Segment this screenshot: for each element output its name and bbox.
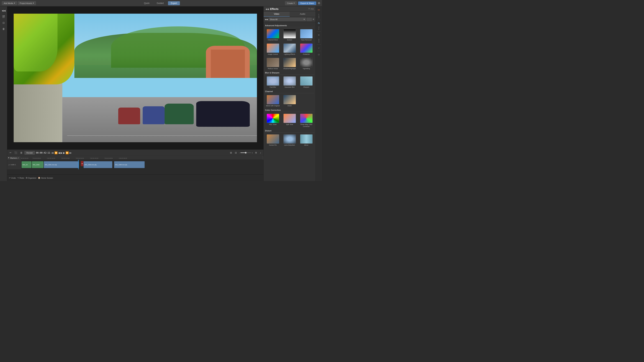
nav-guided-button[interactable]: Guided [154, 1, 166, 5]
tab-video[interactable]: Video [264, 12, 290, 17]
step-forward-button[interactable]: ⏩ [66, 151, 69, 154]
frame-back-button[interactable]: ◀ [58, 151, 60, 154]
filter-bar: ◀◀ Show All ▾ ✕ [264, 17, 316, 22]
settings-tl-icon[interactable]: ⚙ [254, 151, 258, 154]
redo-button[interactable]: ↪ Redo [17, 177, 24, 179]
add-media-button[interactable]: Add Media ▾ [2, 1, 17, 5]
dual-screen-icon[interactable]: ⊟ [234, 151, 238, 154]
zoom-in-icon[interactable]: + [252, 152, 253, 154]
go-to-end-button[interactable]: ⏭ [69, 151, 72, 154]
effect-posterize[interactable]: Posterize [298, 43, 314, 56]
effects-search-input[interactable] [307, 18, 312, 21]
emoji-icon[interactable]: ☺ [317, 52, 321, 56]
effect-name-vignetting: Vignetting [303, 68, 310, 70]
blur-sharpen-grid: Fast Blur Gaussian Blur Sharpen [265, 76, 314, 89]
show-all-label: Show All [270, 18, 278, 20]
crop-icon[interactable]: ⊡ [1, 20, 6, 25]
play-button[interactable]: ▶ [60, 151, 62, 154]
effect-lens-distortion[interactable]: Lens Distortion [282, 134, 298, 147]
zoom-out-icon[interactable]: − [239, 152, 240, 154]
effect-corner-pin[interactable]: Corner Pin [265, 134, 281, 147]
left-sidebar: ◀◀ 🎬 ⊡ 🗑 [0, 6, 7, 181]
clip-img0383[interactable]: IMG_0383.mov [A] [84, 161, 112, 168]
redo-label: Redo [20, 177, 24, 179]
effect-reduce-noise[interactable]: Reduce Noise [265, 57, 281, 70]
effect-name-invert: Invert [288, 105, 292, 107]
effect-thumb-hsl [267, 114, 279, 123]
clip-img0368[interactable]: IMG_0368 [32, 161, 44, 168]
project-assets-chevron-icon: ▾ [33, 2, 34, 4]
home-screen-button[interactable]: 🏠 Home Screen [38, 177, 53, 179]
section-advanced-adjustments: Advanced Adjustments [265, 24, 314, 27]
go-to-start-button[interactable]: ⏮ [52, 151, 54, 154]
filmstrip-tl-icon[interactable]: ⬛ [14, 151, 18, 154]
effects-scroll-area: Advanced Adjustments Channel Mixer Extra… [264, 22, 316, 181]
effect-haze-removal[interactable]: Haze Removal [298, 28, 314, 42]
project-assets-button[interactable]: Project Assets ▾ [18, 1, 36, 5]
effect-lighting-effects[interactable]: Lighting Effects [282, 43, 298, 56]
settings-button[interactable]: ⚙ [318, 1, 320, 5]
effect-image-control[interactable]: Image Control [265, 43, 281, 56]
add-icon[interactable]: + [317, 33, 320, 37]
scissors-icon[interactable]: ✂ [317, 7, 321, 12]
create-button[interactable]: Create ▾ [285, 1, 297, 5]
effect-invert[interactable]: Invert [282, 94, 298, 108]
zoom-controls: − + [239, 152, 253, 154]
edit-label: EDIT [318, 13, 320, 18]
effect-three-way[interactable]: Three-Way Color Corrector [298, 113, 314, 128]
effect-split-tone[interactable]: Split Tone [282, 113, 298, 128]
right-icon-panel: ✂ EDIT fx FIX + ADD ♪ ☺ [316, 6, 322, 181]
effect-hsl-tuner[interactable]: HSL Tuner [265, 113, 281, 128]
section-channel: Channel [265, 90, 314, 93]
fx-effects-icon[interactable]: fx [317, 21, 320, 25]
audio-icon[interactable]: ♪ [259, 151, 262, 154]
clip-img0381[interactable]: IMG_0381.mov [A] [44, 161, 79, 168]
smart-trim-icon[interactable]: ✂ [8, 151, 12, 154]
effects-tabs: Video Audio [264, 12, 316, 17]
effect-name-shadow-highlight: Shadow/Highlight [283, 68, 296, 70]
panel-collapse-icon[interactable]: ◀◀ [266, 8, 269, 10]
delete-icon[interactable]: 🗑 [1, 26, 6, 31]
effect-extract[interactable]: Extract [282, 28, 298, 42]
top-bar: Add Media ▾ Project Assets ▾ Quick Guide… [0, 0, 322, 6]
effect-name-reduce-noise: Reduce Noise [268, 68, 278, 70]
frame-forward-button[interactable]: ▶ [63, 151, 65, 154]
scene-frame [14, 14, 257, 142]
panel-header-icons: ? FIX [308, 8, 314, 10]
step-back-button[interactable]: ⏪ [54, 151, 58, 154]
export-button[interactable]: Export & Share [298, 1, 316, 5]
effect-gaussian-blur[interactable]: Gaussian Blur [282, 76, 298, 89]
filter-close-button[interactable]: ✕ [312, 18, 314, 21]
clip-img0385[interactable]: IMG_0385.mov [A] [114, 161, 145, 168]
undo-button[interactable]: ↩ Undo [9, 177, 16, 179]
collapse-panel-icon[interactable]: ◀◀ [1, 8, 6, 13]
filter-prev-button[interactable]: ◀◀ [265, 18, 268, 21]
effects-help-button[interactable]: ? [308, 8, 310, 10]
effect-vignetting[interactable]: Vignetting [298, 57, 314, 70]
nav-expert-button[interactable]: Expert [168, 1, 180, 5]
filmstrip-icon[interactable]: 🎬 [1, 14, 6, 19]
effect-name-split-tone: Split Tone [286, 123, 293, 125]
clip-img03[interactable]: IMG_03 [22, 161, 32, 168]
render-button[interactable]: Render [24, 151, 35, 155]
separator-4 [317, 51, 321, 51]
effect-channel-mixer[interactable]: Channel Mixer [265, 28, 281, 42]
home-label: Home Screen [41, 177, 53, 179]
screen-layout-icon[interactable]: ⊞ [229, 151, 233, 154]
zoom-slider[interactable] [240, 152, 251, 153]
ruler-tick-7: 00:00:56:00 [119, 157, 133, 159]
effect-blend-original[interactable]: Blend with Original [265, 94, 281, 108]
nav-quick-button[interactable]: Quick [141, 1, 152, 5]
clip-label: IMG_03 [22, 164, 28, 166]
playhead[interactable] [78, 160, 78, 169]
organizer-button[interactable]: ⊞ Organizer [26, 177, 36, 179]
effect-mirror[interactable]: Mirror [298, 134, 314, 147]
organizer-icon: ⊞ [26, 177, 27, 179]
effect-sharpen[interactable]: Sharpen [298, 76, 314, 89]
trash-icon[interactable]: 🗑 [19, 151, 23, 154]
show-all-dropdown[interactable]: Show All ▾ [269, 17, 306, 21]
tab-audio[interactable]: Audio [290, 12, 316, 17]
music-icon[interactable]: ♪ [318, 46, 320, 50]
effect-fast-blur[interactable]: Fast Blur [265, 76, 281, 89]
effect-shadow-highlight[interactable]: Shadow/Highlight [282, 57, 298, 70]
